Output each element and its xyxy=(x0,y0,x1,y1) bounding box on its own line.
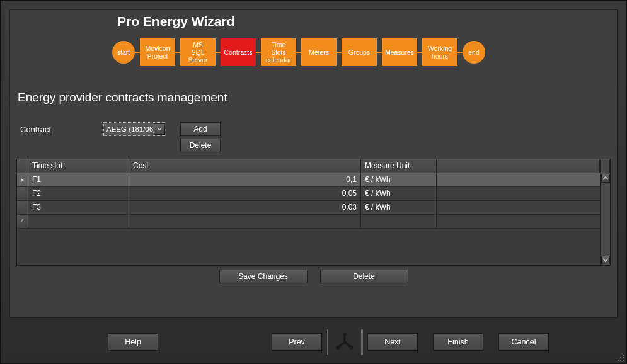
table-row-new[interactable]: * xyxy=(17,215,610,229)
grid-header-cost[interactable]: Cost xyxy=(129,159,361,173)
svg-rect-4 xyxy=(620,357,621,358)
cell-spacer xyxy=(437,215,610,229)
table-row[interactable]: F10,1€ / kWh xyxy=(17,173,610,187)
flow-connector xyxy=(417,52,422,53)
flow-connector xyxy=(457,52,463,53)
wizard-window: Pro Energy Wizard startMoviconProjectMSS… xyxy=(0,0,627,364)
cell-cost[interactable]: 0,05 xyxy=(129,187,361,201)
cell-spacer xyxy=(437,187,610,201)
footer: Help Prev Next Finish xyxy=(1,328,626,356)
scroll-up-icon[interactable] xyxy=(601,174,610,183)
flow-connector xyxy=(296,52,301,53)
rates-grid: Time slot Cost Measure Unit F10,1€ / kWh… xyxy=(16,159,611,266)
table-row[interactable]: F30,03€ / kWh xyxy=(17,201,610,215)
flow-end: end xyxy=(463,41,485,64)
svg-rect-8 xyxy=(623,360,624,361)
svg-rect-3 xyxy=(623,355,624,356)
scrollbar[interactable] xyxy=(600,173,610,265)
grid-header: Time slot Cost Measure Unit xyxy=(17,159,610,173)
flow-step-7[interactable]: Workinghours xyxy=(422,38,457,66)
help-button[interactable]: Help xyxy=(108,333,158,351)
footer-right: Finish Cancel xyxy=(433,333,549,351)
svg-rect-6 xyxy=(618,360,619,361)
cell-cost[interactable] xyxy=(129,215,361,229)
cancel-button[interactable]: Cancel xyxy=(498,333,549,351)
save-changes-button[interactable]: Save Changes xyxy=(219,270,308,283)
flow-step-4[interactable]: Meters xyxy=(301,38,337,66)
svg-rect-5 xyxy=(623,357,624,358)
grid-header-unit[interactable]: Measure Unit xyxy=(361,159,437,173)
flow-step-6[interactable]: Measures xyxy=(382,38,417,66)
flow-step-2[interactable]: Contracts xyxy=(221,38,256,66)
cell-unit[interactable]: € / kWh xyxy=(361,173,437,187)
grid-header-indicator xyxy=(17,159,28,173)
cell-timeslot[interactable]: F3 xyxy=(28,201,129,215)
new-row-icon: * xyxy=(17,215,28,229)
contract-select-value: AEEG (181/06) xyxy=(104,125,154,133)
flow-connector xyxy=(377,52,382,53)
flow-step-5[interactable]: Groups xyxy=(342,38,377,66)
cell-unit[interactable]: € / kWh xyxy=(361,187,437,201)
cell-unit[interactable] xyxy=(361,215,437,229)
contract-label: Contract xyxy=(20,122,89,134)
delete-contract-button[interactable]: Delete xyxy=(180,139,221,152)
cell-timeslot[interactable]: F1 xyxy=(28,173,129,187)
flow-connector xyxy=(135,52,140,53)
svg-point-0 xyxy=(343,333,346,336)
separator-icon xyxy=(361,329,364,355)
row-indicator-icon xyxy=(17,187,28,201)
grid-header-timeslot[interactable]: Time slot xyxy=(28,159,129,173)
add-button[interactable]: Add xyxy=(180,122,221,136)
cell-cost[interactable]: 0,1 xyxy=(129,173,361,187)
row-indicator-icon xyxy=(17,201,28,215)
row-indicator-icon xyxy=(17,173,28,187)
flow-step-1[interactable]: MSSQLServer xyxy=(180,38,216,66)
cell-spacer xyxy=(437,173,610,187)
main-panel: Pro Energy Wizard startMoviconProjectMSS… xyxy=(9,9,618,318)
flow-connector xyxy=(216,52,221,53)
cell-cost[interactable]: 0,03 xyxy=(129,201,361,215)
svg-point-2 xyxy=(350,346,353,349)
grid-header-scroll xyxy=(600,159,610,173)
svg-rect-7 xyxy=(620,360,621,361)
prev-button[interactable]: Prev xyxy=(272,333,322,351)
wizard-flow: startMoviconProjectMSSQLServerContractsT… xyxy=(112,34,485,71)
wizard-title: Pro Energy Wizard xyxy=(117,14,235,29)
flow-step-0[interactable]: MoviconProject xyxy=(140,38,175,66)
logo-icon xyxy=(333,331,356,353)
table-row[interactable]: F20,05€ / kWh xyxy=(17,187,610,201)
cell-unit[interactable]: € / kWh xyxy=(361,201,437,215)
contract-row: Contract AEEG (181/06) Add Delete xyxy=(20,122,221,152)
flow-connector xyxy=(175,52,180,53)
svg-point-1 xyxy=(337,346,340,349)
separator-icon xyxy=(326,329,328,355)
section-title: Energy provider contracts management xyxy=(18,91,227,105)
cell-timeslot[interactable]: F2 xyxy=(28,187,129,201)
footer-middle: Prev Next xyxy=(272,329,418,355)
delete-row-button[interactable]: Delete xyxy=(320,270,408,283)
contract-select[interactable]: AEEG (181/06) xyxy=(103,122,166,136)
resize-grip-icon[interactable] xyxy=(616,353,625,362)
flow-connector xyxy=(337,52,342,53)
grid-actions: Save Changes Delete xyxy=(10,270,617,283)
cell-timeslot[interactable] xyxy=(28,215,129,229)
cell-spacer xyxy=(437,201,610,215)
contract-buttons: Add Delete xyxy=(180,122,221,152)
flow-connector xyxy=(256,52,261,53)
next-button[interactable]: Next xyxy=(367,333,418,351)
grid-header-spacer xyxy=(437,159,600,173)
flow-start: start xyxy=(112,41,135,64)
chevron-down-icon[interactable] xyxy=(154,123,165,135)
scroll-down-icon[interactable] xyxy=(601,256,610,264)
grid-body: F10,1€ / kWhF20,05€ / kWhF30,03€ / kWh* xyxy=(17,173,610,265)
finish-button[interactable]: Finish xyxy=(433,333,483,351)
flow-step-3[interactable]: TimeSlotscalendar xyxy=(261,38,296,66)
